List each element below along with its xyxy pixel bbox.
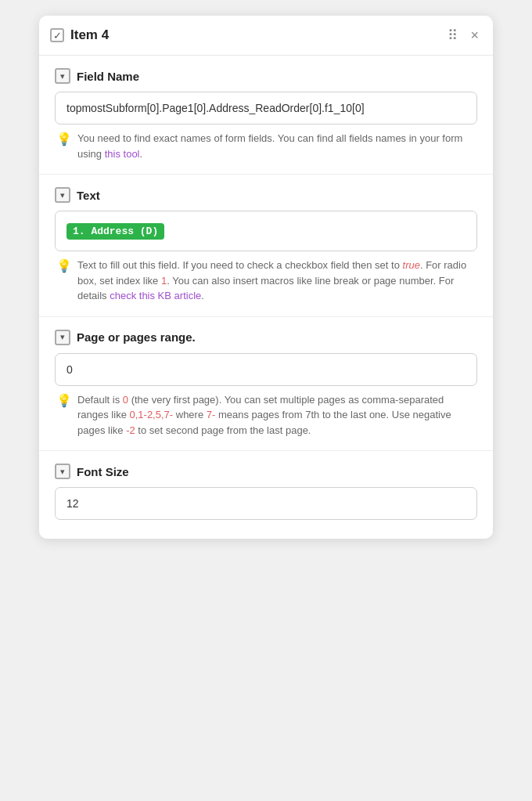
text-hint-text: Text to fill out this field. If you need… bbox=[77, 258, 476, 304]
font-size-section: ▾ Font Size bbox=[39, 451, 493, 520]
page-range-hint-bulb-icon: 💡 bbox=[56, 393, 72, 408]
field-name-toggle[interactable]: ▾ bbox=[55, 68, 70, 84]
text-label: Text bbox=[77, 189, 100, 202]
hint-neg-value: -2 bbox=[126, 424, 135, 436]
header-left: ✓ Item 4 bbox=[50, 27, 109, 43]
item-panel: ✓ Item 4 ⠿ × ▾ Field Name 💡 You need to … bbox=[39, 16, 493, 539]
field-name-tool-link[interactable]: this tool bbox=[105, 148, 140, 160]
dots-icon[interactable]: ⠿ bbox=[448, 27, 459, 44]
page-range-header: ▾ Page or pages range. bbox=[55, 330, 477, 345]
header-checkbox[interactable]: ✓ bbox=[50, 28, 64, 42]
page-range-input[interactable] bbox=[55, 353, 477, 386]
field-name-input[interactable] bbox=[55, 92, 477, 124]
page-range-label: Page or pages range. bbox=[77, 330, 196, 344]
text-hint-bulb-icon: 💡 bbox=[56, 258, 72, 273]
text-field-box[interactable]: 1. Address (D) bbox=[55, 211, 477, 251]
field-name-hint: 💡 You need to find exact names of form f… bbox=[55, 131, 477, 161]
panel-title: Item 4 bbox=[70, 27, 109, 43]
field-name-label: Field Name bbox=[77, 70, 139, 83]
font-size-toggle-arrow-icon: ▾ bbox=[60, 467, 65, 476]
font-size-header: ▾ Font Size bbox=[55, 464, 477, 479]
field-name-header: ▾ Field Name bbox=[55, 68, 477, 84]
font-size-label: Font Size bbox=[77, 465, 129, 478]
toggle-arrow-icon: ▾ bbox=[60, 72, 65, 81]
text-toggle-arrow-icon: ▾ bbox=[60, 191, 65, 200]
font-size-toggle[interactable]: ▾ bbox=[55, 464, 70, 479]
field-name-section: ▾ Field Name 💡 You need to find exact na… bbox=[39, 56, 493, 161]
hint-range-value: 0,1-2,5,7- bbox=[129, 409, 173, 420]
text-tag: 1. Address (D) bbox=[66, 223, 164, 240]
page-range-section: ▾ Page or pages range. 💡 Default is 0 (t… bbox=[39, 317, 493, 438]
field-name-hint-text: You need to find exact names of form fie… bbox=[77, 131, 476, 161]
page-range-hint: 💡 Default is 0 (the very first page). Yo… bbox=[55, 392, 477, 438]
header-right: ⠿ × bbox=[448, 27, 479, 44]
hint-true-value: true bbox=[403, 259, 420, 271]
hint-7-value: 7- bbox=[207, 409, 216, 420]
page-range-toggle-arrow-icon: ▾ bbox=[60, 333, 65, 341]
page-range-hint-text: Default is 0 (the very first page). You … bbox=[77, 392, 476, 438]
text-toggle[interactable]: ▾ bbox=[55, 187, 70, 203]
text-section-header: ▾ Text bbox=[55, 187, 477, 203]
check-icon: ✓ bbox=[53, 31, 62, 41]
kb-article-link[interactable]: check this KB article bbox=[110, 290, 201, 301]
text-hint: 💡 Text to fill out this field. If you ne… bbox=[55, 258, 477, 304]
hint-zero: 0 bbox=[123, 394, 128, 406]
close-button[interactable]: × bbox=[470, 27, 479, 44]
hint-bulb-icon: 💡 bbox=[56, 132, 72, 146]
text-section: ▾ Text 1. Address (D) 💡 Text to fill out… bbox=[39, 175, 493, 304]
panel-header: ✓ Item 4 ⠿ × bbox=[39, 16, 493, 56]
font-size-input[interactable] bbox=[55, 487, 477, 520]
page-range-toggle[interactable]: ▾ bbox=[55, 330, 70, 345]
